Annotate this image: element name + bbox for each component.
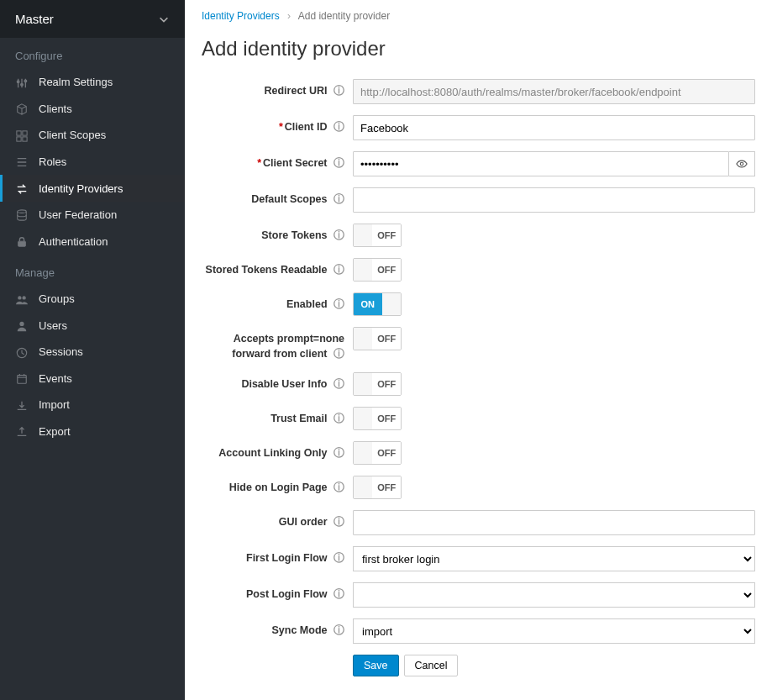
svg-rect-3 xyxy=(17,131,21,135)
sync-mode-label: Sync Mode xyxy=(272,624,328,636)
help-icon[interactable]: ⓘ xyxy=(333,85,344,97)
help-icon[interactable]: ⓘ xyxy=(333,298,344,310)
client-secret-label: Client Secret xyxy=(263,157,327,169)
help-icon[interactable]: ⓘ xyxy=(333,121,344,133)
help-icon[interactable]: ⓘ xyxy=(333,447,344,459)
sidebar-item-roles[interactable]: Roles xyxy=(0,149,185,176)
list-icon xyxy=(15,155,29,169)
post-login-flow-label: Post Login Flow xyxy=(246,588,328,600)
realm-selector[interactable]: Master xyxy=(0,0,185,38)
cancel-button[interactable]: Cancel xyxy=(404,655,459,676)
first-login-flow-label: First Login Flow xyxy=(246,552,328,564)
help-icon[interactable]: ⓘ xyxy=(333,193,344,205)
redirect-uri-input[interactable] xyxy=(353,79,755,104)
reveal-secret-button[interactable] xyxy=(729,151,755,176)
export-icon xyxy=(15,425,29,439)
help-icon[interactable]: ⓘ xyxy=(333,157,344,169)
clock-icon xyxy=(15,345,29,359)
hide-on-login-page-toggle[interactable]: OFF xyxy=(353,476,402,499)
sync-mode-select[interactable]: import xyxy=(353,618,755,644)
svg-point-9 xyxy=(18,296,21,299)
sidebar-item-export[interactable]: Export xyxy=(0,418,185,445)
trust-email-label: Trust Email xyxy=(270,413,327,424)
gui-order-input[interactable] xyxy=(353,510,755,535)
sidebar-section-label: Manage xyxy=(0,255,185,286)
svg-point-0 xyxy=(17,81,19,83)
chevron-down-icon xyxy=(158,13,170,26)
toggle-off-label: OFF xyxy=(372,224,401,246)
sidebar-item-clients[interactable]: Clients xyxy=(0,96,185,123)
account-linking-only-toggle[interactable]: OFF xyxy=(353,441,402,465)
sidebar-item-label: Realm Settings xyxy=(39,76,113,88)
toggle-off-label: OFF xyxy=(372,373,401,395)
sidebar-item-label: Export xyxy=(39,425,71,438)
sidebar-section-label: Configure xyxy=(0,38,185,69)
eye-icon xyxy=(736,158,748,170)
stored-tokens-readable-toggle[interactable]: OFF xyxy=(353,258,402,282)
disable-user-info-toggle[interactable]: OFF xyxy=(353,372,402,396)
client-id-label: Client ID xyxy=(285,121,328,133)
store-tokens-toggle[interactable]: OFF xyxy=(353,224,402,247)
sidebar-item-label: Client Scopes xyxy=(39,129,106,141)
svg-rect-6 xyxy=(23,137,27,141)
help-icon[interactable]: ⓘ xyxy=(333,348,344,360)
sidebar-item-events[interactable]: Events xyxy=(0,366,185,392)
identity-provider-form: Redirect URI ⓘ *Client ID ⓘ *Client Secr… xyxy=(202,79,755,676)
client-secret-input[interactable] xyxy=(353,151,729,176)
gui-order-label: GUI order xyxy=(279,516,328,528)
help-icon[interactable]: ⓘ xyxy=(333,378,344,390)
svg-point-1 xyxy=(21,83,24,86)
help-icon[interactable]: ⓘ xyxy=(333,264,344,276)
account-linking-only-label: Account Linking Only xyxy=(218,447,327,459)
import-icon xyxy=(15,398,29,412)
sidebar: Master ConfigureRealm SettingsClientsCli… xyxy=(0,0,185,700)
first-login-flow-select[interactable]: first broker login xyxy=(353,546,755,571)
cube-icon xyxy=(15,103,29,116)
users-icon xyxy=(15,292,29,306)
post-login-flow-select[interactable] xyxy=(353,582,755,608)
accepts-prompt-none-toggle[interactable]: OFF xyxy=(353,327,402,350)
svg-point-2 xyxy=(24,80,27,82)
svg-rect-4 xyxy=(23,131,27,135)
sidebar-item-authentication[interactable]: Authentication xyxy=(0,228,185,255)
sidebar-item-users[interactable]: Users xyxy=(0,313,185,339)
svg-point-11 xyxy=(19,322,24,326)
svg-rect-5 xyxy=(17,137,21,141)
sidebar-item-label: Identity Providers xyxy=(39,182,123,195)
swap-icon xyxy=(15,182,29,195)
save-button[interactable]: Save xyxy=(353,655,399,676)
sidebar-item-client-scopes[interactable]: Client Scopes xyxy=(0,122,185,149)
sidebar-item-label: Sessions xyxy=(39,345,83,358)
sidebar-item-label: Users xyxy=(39,319,67,332)
toggle-off-label: OFF xyxy=(372,328,401,350)
enabled-toggle[interactable]: ON xyxy=(353,292,402,316)
sidebar-item-identity-providers[interactable]: Identity Providers xyxy=(0,175,185,202)
toggle-off-label: OFF xyxy=(372,259,401,281)
help-icon[interactable]: ⓘ xyxy=(333,588,344,600)
breadcrumb-parent-link[interactable]: Identity Providers xyxy=(202,10,280,22)
calendar-icon xyxy=(15,372,29,386)
trust-email-toggle[interactable]: OFF xyxy=(353,407,402,430)
help-icon[interactable]: ⓘ xyxy=(333,482,344,493)
help-icon[interactable]: ⓘ xyxy=(333,413,344,424)
toggle-off-label: OFF xyxy=(372,442,401,464)
sidebar-item-sessions[interactable]: Sessions xyxy=(0,339,185,366)
default-scopes-input[interactable] xyxy=(353,187,755,213)
toggle-on-label: ON xyxy=(354,293,382,315)
hide-on-login-page-label: Hide on Login Page xyxy=(229,482,328,493)
client-id-input[interactable] xyxy=(353,115,755,140)
help-icon[interactable]: ⓘ xyxy=(333,624,344,636)
help-icon[interactable]: ⓘ xyxy=(333,516,344,528)
help-icon[interactable]: ⓘ xyxy=(333,229,344,241)
sidebar-item-label: Groups xyxy=(39,292,75,305)
sidebar-item-user-federation[interactable]: User Federation xyxy=(0,202,185,229)
sidebar-item-import[interactable]: Import xyxy=(0,392,185,418)
main-content: Identity Providers › Add identity provid… xyxy=(185,0,772,700)
help-icon[interactable]: ⓘ xyxy=(333,552,344,564)
sidebar-item-label: Events xyxy=(39,372,72,385)
sidebar-item-groups[interactable]: Groups xyxy=(0,286,185,313)
sidebar-item-realm-settings[interactable]: Realm Settings xyxy=(0,69,185,96)
redirect-uri-label: Redirect URI xyxy=(264,85,327,97)
accepts-prompt-none-label: Accepts prompt=none forward from client xyxy=(232,333,344,360)
svg-point-7 xyxy=(18,210,27,213)
